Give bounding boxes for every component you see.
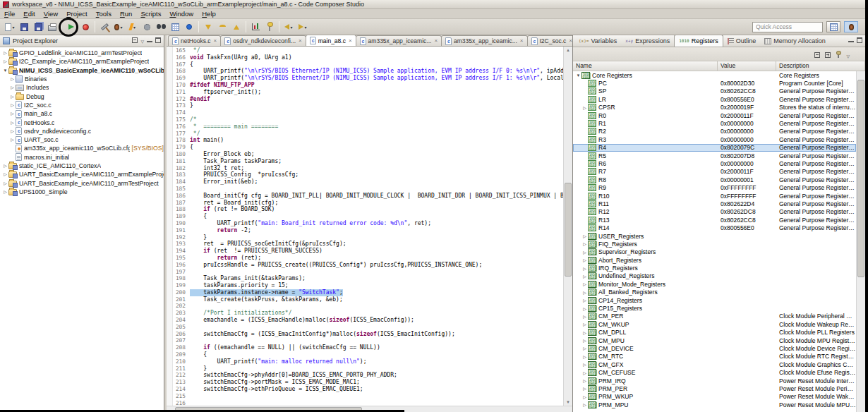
code-line-170[interactable]: 170#ifdef NIMU_FTP_APP	[173, 82, 563, 89]
menu-help[interactable]: Help	[198, 9, 220, 19]
tree-item-macros-ini-initial[interactable]: macros.ini_initial	[0, 153, 164, 162]
row-collapsed-arrow-icon[interactable]: ▷	[581, 290, 588, 295]
step-into-button[interactable]	[202, 20, 215, 34]
terminate-button[interactable]	[79, 20, 92, 34]
register-row-cp15-registers[interactable]: ▷CP15_Registers	[573, 304, 856, 312]
pin-button[interactable]	[836, 48, 841, 61]
collapse-all-button[interactable]	[814, 48, 820, 61]
register-row-cm-gfx[interactable]: ▷CM_GFXClock Module Graphics Controller …	[573, 360, 856, 368]
row-collapsed-arrow-icon[interactable]: ▷	[581, 250, 588, 255]
register-row-r3[interactable]: R30x00000000General Purpose Register 3 […	[573, 135, 856, 143]
code-line-190[interactable]: 190 UART_printf("main: Board_init return…	[173, 220, 563, 227]
code-line-189[interactable]: 189 {	[173, 213, 563, 220]
row-collapsed-arrow-icon[interactable]: ▷	[581, 394, 588, 399]
tree-item-gpio-ledblink-iceamic110-armtestproject[interactable]: ▷GPIO_LedBlink_iceAMIC110_armTestProject	[0, 49, 164, 57]
collapse-all-button[interactable]	[132, 37, 138, 44]
code-line-185[interactable]: 185	[173, 186, 563, 193]
registers-vscroll-thumb[interactable]	[857, 80, 864, 277]
tree-collapsed-arrow-icon[interactable]: ▷	[9, 119, 16, 127]
menu-run[interactable]: Run	[116, 9, 136, 19]
register-row-r5[interactable]: R50x802007D8General Purpose Register 5 […	[573, 152, 856, 159]
view-tab-expressions[interactable]: x+yExpressions	[621, 35, 674, 47]
new-button[interactable]: ▾	[4, 20, 16, 34]
tree-item-osdrv-ndkdeviceconfig-c[interactable]: ▷osdrv_ndkdeviceconfig.c	[0, 127, 164, 135]
target-config-button[interactable]	[140, 20, 153, 34]
tree-item-uart-basicexample-iceamic110-armtestproject[interactable]: ▷UART_BasicExample_iceAMIC110_armTestPro…	[0, 178, 164, 187]
row-collapsed-arrow-icon[interactable]: ▷	[581, 378, 588, 383]
tree-collapsed-arrow-icon[interactable]: ▷	[9, 109, 16, 118]
code-line-194[interactable]: 194 if (ret != PRUICSS_RETURN_SUCCESS)	[173, 248, 563, 255]
register-row-r11[interactable]: R110x802622D4General Purpose Register 11…	[573, 200, 856, 207]
row-collapsed-arrow-icon[interactable]: ▷	[581, 281, 588, 286]
register-row-sp[interactable]: SP0x80262CC8General Purpose Register 13 …	[573, 87, 856, 95]
tree-collapsed-arrow-icon[interactable]: ▷	[9, 101, 16, 109]
row-collapsed-arrow-icon[interactable]: ▷	[581, 105, 588, 110]
row-expanded-arrow-icon[interactable]: ▼	[575, 73, 581, 78]
tree-item-static-ice-amic110-cortexa[interactable]: ▷static_ICE_AMIC110_CortexA	[0, 162, 164, 170]
ccs-debug-perspective-button[interactable]	[844, 21, 858, 32]
code-line-214[interactable]: 214 switchEmacCfg->ethPrioQueue = ICSS_E…	[173, 386, 563, 393]
code-line-207[interactable]: 207	[173, 337, 563, 344]
flash-button[interactable]: ▾	[126, 20, 139, 34]
register-row-user-registers[interactable]: ▷USER_Registers	[573, 232, 856, 240]
tree-item-main-a8-c[interactable]: ▷main_a8.c	[0, 109, 164, 118]
row-collapsed-arrow-icon[interactable]: ▷	[581, 402, 588, 407]
row-collapsed-arrow-icon[interactable]: ▷	[581, 258, 588, 262]
row-collapsed-arrow-icon[interactable]: ▷	[581, 354, 588, 359]
close-tab-icon[interactable]: ×	[299, 38, 302, 44]
register-row-fiq-registers[interactable]: ▷FIQ_Registers	[573, 240, 856, 248]
editor-tab-main-a8-c[interactable]: main_a8.c×	[306, 35, 356, 46]
register-row-supervisor-registers[interactable]: ▷Supervisor_Registers	[573, 248, 856, 256]
tree-collapsed-arrow-icon[interactable]: ▷	[9, 83, 16, 92]
register-row-r7[interactable]: R70x2000011FGeneral Purpose Register 7 […	[573, 168, 856, 176]
code-line-174[interactable]: 174	[173, 109, 563, 116]
tree-item-am335x-app-iceamic110-wsoclib-cfg[interactable]: am335x_app_iceamic110_wSoCLib.cfg[SYS/BI…	[0, 144, 164, 152]
view-tab-registers[interactable]: 1010Registers	[674, 35, 723, 47]
menu-window[interactable]: Window	[165, 9, 198, 19]
code-line-211[interactable]: 211 }	[173, 365, 563, 372]
code-line-169[interactable]: 169 UART_printf("\n\rSYS/BIOS Ethernet/I…	[173, 75, 563, 82]
row-collapsed-arrow-icon[interactable]: ▷	[581, 330, 588, 335]
back-button[interactable]: ▾	[282, 20, 295, 34]
row-collapsed-arrow-icon[interactable]: ▷	[581, 314, 588, 319]
code-line-203[interactable]: 203 /*Port I initializations*/	[173, 310, 563, 317]
register-row-cm-cefuse[interactable]: ▷CM_CEFUSEClock Module Efuse Registers	[573, 368, 856, 376]
tree-collapsed-arrow-icon[interactable]: ▷	[9, 127, 16, 135]
register-row-core-registers[interactable]: ▼Core RegistersCore Registers	[573, 71, 856, 79]
registers-vertical-scrollbar[interactable]	[856, 71, 865, 412]
code-line-181[interactable]: 181 Task_Params taskParams;	[173, 158, 563, 165]
register-row-cm-per[interactable]: ▷CM_PERClock Module Peripheral Registers	[573, 313, 856, 320]
resume-button[interactable]	[65, 20, 78, 34]
code-line-210[interactable]: 210 UART_printf("main: malloc returned n…	[173, 358, 563, 365]
step-return-button[interactable]	[230, 20, 243, 34]
tree-collapsed-arrow-icon[interactable]: ▷	[9, 92, 16, 101]
code-line-186[interactable]: 186 Board_initCfg cfg = BOARD_INIT_PLL| …	[173, 193, 563, 200]
register-row-r1[interactable]: R10x00000000General Purpose Register 1 […	[573, 119, 856, 127]
save-all-button[interactable]	[32, 20, 44, 34]
tree-item-i2c-soc-c[interactable]: ▷I2C_soc.c	[0, 101, 164, 109]
code-line-197[interactable]: 197	[173, 269, 563, 276]
row-collapsed-arrow-icon[interactable]: ▷	[581, 370, 588, 375]
code-line-183[interactable]: 183 PRUICSS_Config *pruIcssCfg;	[173, 171, 563, 178]
tree-collapsed-arrow-icon[interactable]: ▷	[2, 179, 8, 188]
view-menu-button[interactable]: ▽	[846, 48, 850, 61]
tree-item-uart-basicexample-iceamic110-armexampleproject[interactable]: ▷UART_BasicExample_iceAMIC110_armExample…	[0, 170, 164, 178]
menu-view[interactable]: View	[40, 9, 62, 19]
minimize-button[interactable]	[848, 37, 854, 44]
register-row-prm-mpu[interactable]: ▷PRM_MPUPower Reset Module MPU Registers	[573, 401, 856, 408]
close-tab-icon[interactable]: ×	[569, 38, 572, 44]
register-row-irq-registers[interactable]: ▷IRQ_Registers	[573, 264, 856, 272]
register-row-prm-wkup[interactable]: ▷PRM_WKUPPower Reset Module Wakeup Regis…	[573, 393, 856, 401]
step-over-button[interactable]	[216, 20, 229, 34]
close-tab-icon[interactable]: ×	[434, 38, 438, 44]
register-row-r13[interactable]: R130x80262CC8General Purpose Register 13…	[573, 216, 856, 224]
code-line-196[interactable]: 196 pruIcssHandle = PRUICSS_create((PRUI…	[173, 262, 563, 269]
view-tab-memory-allocation[interactable]: Memory Allocation	[760, 35, 830, 47]
column-header-name[interactable]: Name	[573, 61, 718, 71]
scroll-up-icon[interactable]: ▲	[564, 47, 572, 54]
row-collapsed-arrow-icon[interactable]: ▷	[581, 338, 588, 343]
row-collapsed-arrow-icon[interactable]: ▷	[581, 234, 588, 238]
scroll-down-icon[interactable]: ▼	[564, 399, 572, 406]
tree-item-binaries[interactable]: ▷Binaries	[0, 75, 164, 83]
code-line-168[interactable]: 168 UART_printf("\n\rSYS/BIOS Ethernet/I…	[173, 68, 563, 75]
